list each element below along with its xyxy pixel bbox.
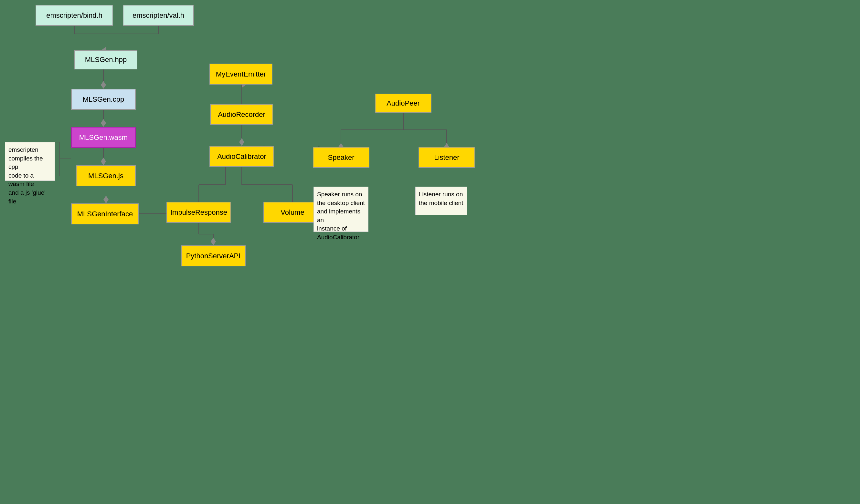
- svg-marker-40: [444, 143, 449, 147]
- node-volume: Volume: [263, 202, 321, 223]
- svg-marker-10: [101, 81, 106, 89]
- node-audiocalibrator: AudioCalibrator: [210, 146, 274, 167]
- node-impulseresponse: ImpulseResponse: [167, 202, 231, 223]
- node-emscripten-bind: emscripten/bind.h: [35, 5, 113, 26]
- node-listener: Listener: [418, 147, 475, 168]
- svg-marker-37: [339, 143, 344, 147]
- node-pythonserverapi: PythonServerAPI: [181, 246, 246, 266]
- note-emscripten: emscriptencompiles the cppcode to a wasm…: [5, 142, 55, 181]
- note-listener: Listener runs onthe mobile client: [415, 187, 467, 215]
- node-mlsgen-cpp: MLSGen.cpp: [71, 89, 136, 110]
- note-speaker: Speaker runs onthe desktop clientand imp…: [314, 187, 369, 232]
- node-mlsgen-interface: MLSGenInterface: [71, 204, 139, 224]
- svg-marker-32: [211, 238, 216, 246]
- svg-marker-16: [103, 196, 109, 204]
- node-mlsgen-js: MLSGen.js: [76, 165, 136, 186]
- node-mlsgen-wasm: MLSGen.wasm: [71, 127, 136, 148]
- node-speaker: Speaker: [313, 147, 369, 168]
- svg-marker-12: [101, 119, 106, 127]
- node-emscripten-val: emscripten/val.h: [123, 5, 194, 26]
- node-audiopeer: AudioPeer: [375, 94, 431, 113]
- node-mlsgen-hpp: MLSGen.hpp: [74, 50, 137, 70]
- svg-marker-22: [239, 138, 244, 146]
- node-myeventemitter: MyEventEmitter: [210, 64, 272, 85]
- svg-marker-14: [101, 158, 106, 165]
- node-audiorecorder: AudioRecorder: [210, 104, 273, 125]
